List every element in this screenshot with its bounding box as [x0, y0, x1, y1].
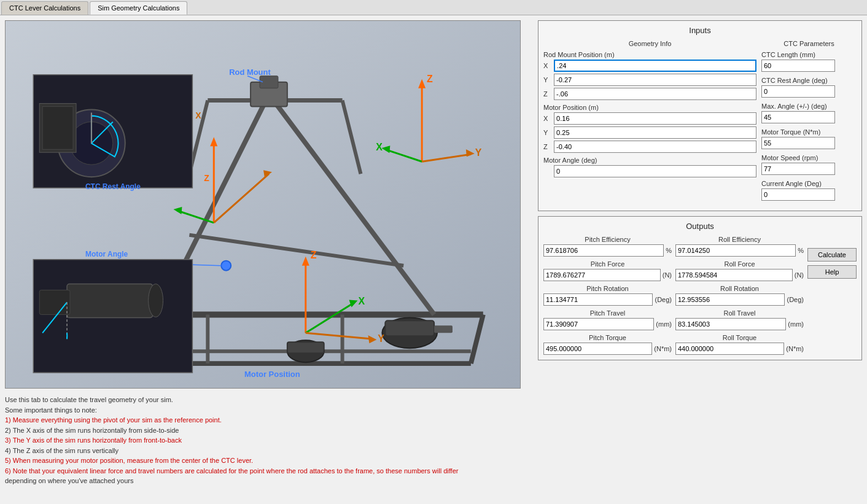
svg-text:Motor Position: Motor Position — [244, 370, 300, 379]
roll-efficiency-value-row: % — [675, 244, 804, 257]
rod-mount-group: Rod Mount Position (m) X Y Z — [543, 51, 756, 100]
motor-position-label: Motor Position (m) — [543, 104, 756, 111]
pitch-force-label: Pitch Force — [543, 260, 672, 268]
roll-torque-value-row: (N*m) — [675, 343, 804, 355]
instruction-item1: 1) Measure everything using the pivot of… — [5, 415, 528, 425]
pitch-column: Pitch Efficiency % Pitch Force (N) — [543, 236, 672, 355]
motor-z-input[interactable] — [554, 141, 756, 153]
roll-column: Roll Efficiency % Roll Force (N) — [675, 236, 804, 355]
svg-rect-60 — [42, 107, 73, 150]
motor-x-label: X — [543, 115, 554, 122]
svg-text:Rod Mount: Rod Mount — [229, 68, 271, 77]
current-angle-input[interactable] — [761, 188, 835, 201]
pitch-efficiency-group: Pitch Efficiency % — [543, 236, 672, 257]
inputs-title: Inputs — [543, 26, 857, 35]
svg-rect-63 — [67, 284, 153, 318]
help-button[interactable]: Help — [807, 265, 857, 279]
svg-text:Y: Y — [378, 333, 384, 344]
rod-mount-z-input[interactable] — [554, 88, 756, 100]
roll-rotation-group: Roll Rotation (Deg) — [675, 285, 804, 306]
roll-travel-label: Roll Travel — [675, 309, 804, 317]
svg-text:X: X — [195, 110, 201, 120]
roll-rotation-value-row: (Deg) — [675, 293, 804, 306]
svg-rect-18 — [434, 325, 453, 333]
calculate-button[interactable]: Calculate — [807, 248, 857, 262]
pitch-rotation-value — [543, 293, 653, 306]
motor-z-row: Z — [543, 141, 756, 153]
main-layout: Z X Y Z — [0, 15, 867, 502]
pitch-force-value — [543, 269, 661, 281]
roll-travel-unit: (mm) — [788, 320, 804, 328]
motor-position-group: Motor Position (m) X Y Z — [543, 104, 756, 153]
svg-text:Motor Angle: Motor Angle — [85, 250, 128, 258]
motor-torque-input[interactable] — [761, 137, 835, 149]
motor-x-input[interactable] — [554, 112, 756, 125]
roll-torque-unit: (N*m) — [786, 345, 804, 352]
roll-efficiency-value — [675, 244, 796, 257]
motor-torque-label: Motor Torque (N*m) — [761, 128, 857, 136]
roll-rotation-value — [675, 293, 785, 306]
pitch-torque-label: Pitch Torque — [543, 334, 672, 341]
ctc-length-field: CTC Length (mm) — [761, 51, 857, 72]
pitch-travel-value — [543, 318, 654, 330]
current-angle-field: Current Angle (Deg) — [761, 180, 857, 201]
rod-mount-x-row: X — [543, 60, 756, 72]
roll-rotation-unit: (Deg) — [787, 296, 804, 303]
svg-text:Z: Z — [427, 74, 433, 84]
pitch-torque-value-row: (N*m) — [543, 343, 672, 355]
svg-text:X: X — [358, 296, 365, 306]
ctc-rest-angle-label: CTC Rest Angle (deg) — [761, 77, 857, 84]
pitch-rotation-group: Pitch Rotation (Deg) — [543, 285, 672, 306]
motor-angle-group: Motor Angle (deg) — [543, 157, 756, 177]
motor-y-input[interactable] — [554, 126, 756, 139]
rod-mount-x-input[interactable] — [554, 60, 756, 72]
ctc-length-input[interactable] — [761, 60, 835, 72]
roll-efficiency-unit: % — [798, 247, 804, 254]
svg-text:Z: Z — [204, 173, 209, 183]
pitch-force-value-row: (N) — [543, 269, 672, 281]
sim-diagram-area: Z X Y Z — [5, 20, 521, 389]
motor-angle-input[interactable] — [554, 165, 756, 177]
motor-angle-row — [543, 165, 756, 177]
pitch-travel-group: Pitch Travel (mm) — [543, 309, 672, 330]
tab-sim-geometry[interactable]: Sim Geometry Calculations — [90, 1, 187, 15]
rod-mount-label: Rod Mount Position (m) — [543, 51, 756, 58]
ctc-rest-angle-field: CTC Rest Angle (deg) — [761, 77, 857, 98]
svg-rect-17 — [385, 320, 434, 336]
outputs-panel: Outputs Pitch Efficiency % Pitch Force — [538, 216, 862, 360]
rod-mount-x-label: X — [543, 62, 554, 69]
roll-torque-label: Roll Torque — [675, 334, 804, 341]
rod-mount-y-input[interactable] — [554, 74, 756, 86]
motor-y-label: Y — [543, 129, 554, 136]
roll-torque-value — [675, 343, 784, 355]
pitch-torque-value — [543, 343, 652, 355]
rod-mount-z-row: Z — [543, 88, 756, 100]
instruction-line1: Use this tab to calculate the travel geo… — [5, 395, 528, 405]
inputs-panel: Inputs Geometry Info Rod Mount Position … — [538, 20, 862, 211]
tab-ctc-lever[interactable]: CTC Lever Calculations — [1, 1, 88, 15]
motor-speed-input[interactable] — [761, 163, 835, 175]
outputs-title: Outputs — [543, 222, 857, 231]
svg-rect-65 — [39, 290, 70, 315]
ctc-rest-angle-input[interactable] — [761, 85, 835, 98]
ctc-params-panel: CTC Parameters CTC Length (mm) CTC Rest … — [761, 40, 857, 206]
pitch-efficiency-unit: % — [666, 247, 672, 254]
pitch-efficiency-label: Pitch Efficiency — [543, 236, 672, 243]
ctc-params-title: CTC Parameters — [761, 40, 857, 47]
max-angle-label: Max. Angle (+/-) (deg) — [761, 103, 857, 110]
roll-travel-group: Roll Travel (mm) — [675, 309, 804, 330]
roll-torque-group: Roll Torque (N*m) — [675, 334, 804, 355]
rod-mount-y-label: Y — [543, 76, 554, 83]
roll-efficiency-group: Roll Efficiency % — [675, 236, 804, 257]
motor-y-row: Y — [543, 126, 756, 139]
ctc-length-label: CTC Length (mm) — [761, 51, 857, 58]
svg-text:CTC Rest Angle: CTC Rest Angle — [85, 182, 141, 191]
max-angle-input[interactable] — [761, 111, 835, 123]
right-panel: Inputs Geometry Info Rod Mount Position … — [533, 15, 867, 502]
svg-rect-20 — [287, 342, 324, 353]
instruction-item4: 4) The Z axis of the sim runs vertically — [5, 446, 528, 456]
motor-speed-field: Motor Speed (rpm) — [761, 154, 857, 175]
instruction-item2: 2) The X axis of the sim runs horizontal… — [5, 425, 528, 436]
svg-text:X: X — [376, 142, 383, 152]
roll-force-label: Roll Force — [675, 260, 804, 268]
